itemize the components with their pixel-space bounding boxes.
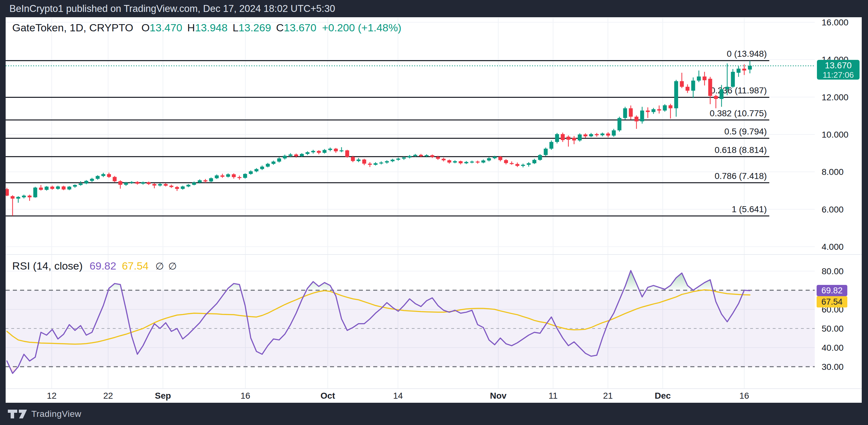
fib-label: 0.382 (10.775) — [710, 109, 767, 118]
rsi-axis[interactable]: 80.0060.0050.0040.0030.00 — [822, 266, 843, 372]
price-axis-label: 12.000 — [822, 92, 848, 102]
empty-set-icon[interactable]: ∅ — [168, 261, 177, 272]
fib-label: 0 (13.948) — [727, 49, 767, 59]
time-axis-label: Nov — [490, 391, 507, 400]
bar-countdown: 11:27:06 — [817, 70, 860, 80]
rsi-badge-value: 69.82 — [821, 286, 843, 295]
last-price: 13.670 — [817, 60, 860, 70]
time-axis-label: 12 — [47, 391, 56, 400]
price-axis[interactable]: 16.00014.00012.00010.0008.0006.0004.000 — [822, 18, 848, 252]
symbol-title: GateToken, 1D, CRYPTO — [12, 22, 133, 34]
open-value: 13.470 — [150, 22, 182, 34]
rsi-axis-label: 80.00 — [822, 266, 843, 276]
close-label: C — [276, 22, 284, 34]
rsi-axis-label: 50.00 — [822, 324, 843, 333]
time-axis-label: Oct — [320, 391, 335, 400]
last-price-badge: 13.670 11:27:06 — [817, 60, 860, 80]
chart-canvas[interactable]: 0 (13.948)0.236 (11.987)0.382 (10.775)0.… — [6, 17, 862, 403]
rsi-axis-label: 40.00 — [822, 343, 843, 353]
rsi-band — [6, 290, 815, 367]
fib-label: 0.5 (9.794) — [724, 127, 767, 136]
chart-area[interactable]: 0 (13.948)0.236 (11.987)0.382 (10.775)0.… — [6, 17, 862, 403]
fib-label: 1 (5.641) — [732, 204, 767, 214]
time-axis-label: 11 — [548, 391, 557, 400]
rsi-ma-badge: 67.54 — [816, 296, 847, 307]
time-axis-label: 14 — [393, 391, 403, 400]
price-axis-label: 10.000 — [822, 130, 848, 140]
rsi-legend[interactable]: RSI (14, close)69.8267.54∅∅ — [12, 259, 177, 273]
time-axis[interactable]: 1222Sep16Oct14Nov1121Dec16 — [47, 391, 749, 400]
time-axis-label: 21 — [603, 391, 613, 400]
empty-set-icon[interactable]: ∅ — [155, 261, 164, 272]
rsi-axis-label: 30.00 — [822, 362, 843, 372]
publish-header-text: BeInCrypto1 published on TradingView.com… — [9, 3, 335, 14]
rsi-value: 69.82 — [90, 260, 116, 272]
time-axis-label: Sep — [155, 391, 171, 400]
symbol-legend[interactable]: GateToken, 1D, CRYPTOO13.470H13.948L13.2… — [12, 21, 401, 34]
time-axis-label: 16 — [739, 391, 749, 400]
open-label: O — [141, 22, 150, 34]
publish-header: BeInCrypto1 published on TradingView.com… — [0, 0, 868, 17]
fib-label: 0.786 (7.418) — [714, 171, 767, 181]
price-axis-label: 4.000 — [822, 242, 843, 252]
time-axis-label: 22 — [103, 391, 113, 400]
rsi-line-badge: 69.82 — [816, 285, 847, 296]
high-value: 13.948 — [195, 22, 227, 34]
tradingview-brand[interactable]: TradingView — [7, 409, 82, 419]
footer-bar: TradingView — [0, 403, 868, 425]
price-axis-label: 6.000 — [822, 205, 843, 214]
tradingview-published-chart: BeInCrypto1 published on TradingView.com… — [0, 0, 868, 425]
price-axis-label: 16.000 — [822, 18, 848, 27]
rsi-pane[interactable] — [6, 271, 815, 373]
time-axis-label: Dec — [655, 391, 671, 400]
tradingview-brand-text: TradingView — [31, 409, 82, 419]
low-value: 13.269 — [239, 22, 271, 34]
fib-label: 0.236 (11.987) — [710, 86, 767, 95]
time-axis-label: 16 — [240, 391, 250, 400]
rsi-ma-value: 67.54 — [122, 260, 149, 272]
rsi-ma-badge-value: 67.54 — [821, 297, 843, 306]
high-label: H — [187, 22, 195, 34]
tradingview-logo-icon — [7, 409, 28, 419]
fib-label: 0.618 (8.814) — [714, 145, 767, 155]
price-axis-label: 8.000 — [822, 167, 843, 177]
low-label: L — [232, 22, 239, 34]
fib-retracement-tool[interactable]: 0 (13.948)0.236 (11.987)0.382 (10.775)0.… — [6, 49, 769, 216]
change-value: +0.200 (+1.48%) — [322, 22, 401, 34]
rsi-title: RSI (14, close) — [12, 260, 83, 272]
close-value: 13.670 — [284, 22, 316, 34]
